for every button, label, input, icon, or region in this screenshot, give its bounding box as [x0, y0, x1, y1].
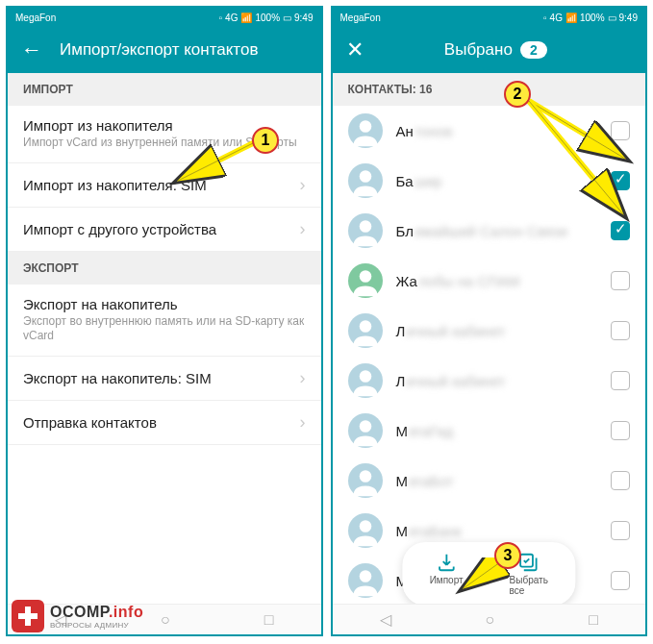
carrier-label: MegaFon [340, 12, 381, 23]
nav-recent-icon[interactable]: □ [589, 611, 598, 629]
left-phone: MegaFon ▫ 4G 📶 100% ▭ 9:49 ← Импорт/эксп… [6, 6, 323, 636]
contact-row[interactable]: МегаБот [333, 456, 646, 506]
item-title: Экспорт на накопитель: SIM [23, 370, 300, 386]
checkbox[interactable] [611, 271, 630, 290]
export-storage-item[interactable]: Экспорт на накопитель Экспорт во внутрен… [8, 285, 321, 357]
svg-point-19 [359, 570, 371, 582]
checkbox[interactable] [611, 521, 630, 540]
checkbox[interactable] [611, 471, 630, 490]
signal-icon: 📶 [240, 12, 252, 23]
contact-name: Жалобы на СПАМ [396, 273, 612, 289]
chevron-right-icon: › [300, 175, 306, 195]
carrier-label: MegaFon [15, 12, 56, 23]
marker-2: 2 [504, 81, 531, 108]
avatar-icon [348, 213, 383, 248]
back-icon[interactable]: ← [21, 37, 42, 62]
checkbox[interactable] [611, 371, 630, 390]
checkbox[interactable] [611, 321, 630, 340]
battery-label: 100% [255, 12, 280, 23]
nav-home-icon[interactable]: ○ [161, 611, 170, 629]
chevron-right-icon: › [300, 219, 306, 239]
export-section-header: ЭКСПОРТ [8, 252, 321, 285]
page-title: Выбрано [444, 40, 513, 60]
avatar-icon [348, 563, 383, 598]
status-bar: MegaFon ▫ 4G 📶 100% ▭ 9:49 [8, 8, 321, 27]
contact-row[interactable]: Жалобы на СПАМ [333, 256, 646, 306]
chevron-right-icon: › [300, 368, 306, 388]
signal-icon: 📶 [565, 12, 577, 23]
time-label: 9:49 [619, 12, 638, 23]
avatar-icon [348, 113, 383, 148]
status-bar: MegaFon ▫ 4G 📶 100% ▭ 9:49 [333, 8, 646, 27]
time-label: 9:49 [294, 12, 313, 23]
send-contacts-item[interactable]: Отправка контактов › [8, 401, 321, 445]
checkbox[interactable] [611, 571, 630, 590]
avatar-icon [348, 413, 383, 448]
battery-label: 100% [580, 12, 605, 23]
item-title: Отправка контактов [23, 414, 300, 431]
nav-back-icon[interactable]: ◁ [380, 610, 391, 629]
avatar-icon [348, 463, 383, 498]
select-all-label: Выбрать все [510, 575, 548, 596]
contact-row[interactable]: Личный кабинет [333, 306, 646, 356]
svg-point-5 [359, 220, 371, 233]
import-section-header: ИМПОРТ [8, 73, 321, 106]
item-title: Экспорт на накопитель [23, 296, 306, 312]
page-title: Импорт/экспорт контактов [60, 40, 308, 60]
avatar-icon [348, 363, 383, 398]
nav-home-icon[interactable]: ○ [486, 611, 495, 629]
item-subtitle: Экспорт во внутреннюю память или на SD-к… [23, 314, 306, 344]
contact-row[interactable]: МегаГид [333, 406, 646, 456]
svg-point-1 [359, 120, 371, 133]
contact-name: МегаБанк [396, 523, 612, 539]
ocomp-logo: OCOMP.info ВОПРОСЫ АДМИНУ [12, 600, 143, 632]
svg-point-13 [359, 420, 371, 433]
svg-point-3 [359, 170, 371, 183]
svg-line-26 [529, 101, 625, 159]
network-label: 4G [550, 12, 563, 23]
svg-point-7 [359, 270, 371, 283]
contact-name: МегаБот [396, 473, 612, 489]
contact-row[interactable]: Личный кабинет [333, 356, 646, 406]
network-label: 4G [225, 12, 238, 23]
header: ✕ Выбрано 2 [333, 27, 646, 73]
chevron-right-icon: › [300, 412, 306, 433]
contact-name: МегаГид [396, 423, 612, 439]
battery-icon: ▭ [608, 12, 616, 23]
svg-line-23 [178, 142, 255, 181]
battery-icon: ▭ [283, 12, 291, 23]
network-icon: ▫ [219, 12, 223, 23]
contact-name: Личный кабинет [396, 323, 612, 339]
avatar-icon [348, 163, 383, 198]
header: ← Импорт/экспорт контактов [8, 27, 321, 73]
contact-name: Личный кабинет [396, 373, 612, 389]
avatar-icon [348, 313, 383, 348]
selected-count-badge: 2 [520, 41, 547, 59]
item-title: Импорт с другого устройства [23, 221, 300, 237]
svg-point-17 [359, 520, 371, 533]
svg-point-9 [359, 320, 371, 333]
svg-point-15 [359, 470, 371, 483]
nav-bar: ◁ ○ □ [333, 604, 646, 634]
nav-recent-icon[interactable]: □ [264, 611, 274, 629]
svg-line-28 [529, 101, 623, 214]
select-all-icon [518, 552, 540, 573]
arrow-2a [519, 91, 644, 235]
close-icon[interactable]: ✕ [346, 37, 364, 62]
network-icon: ▫ [543, 12, 547, 23]
marker-1: 1 [252, 127, 279, 154]
cross-icon [12, 600, 44, 632]
avatar-icon [348, 513, 383, 548]
svg-point-11 [359, 370, 371, 383]
avatar-icon [348, 263, 383, 298]
marker-3: 3 [494, 542, 521, 569]
checkbox[interactable] [611, 421, 630, 440]
svg-line-31 [464, 562, 500, 588]
export-sim-item[interactable]: Экспорт на накопитель: SIM › [8, 357, 321, 401]
import-other-item[interactable]: Импорт с другого устройства › [8, 208, 321, 252]
